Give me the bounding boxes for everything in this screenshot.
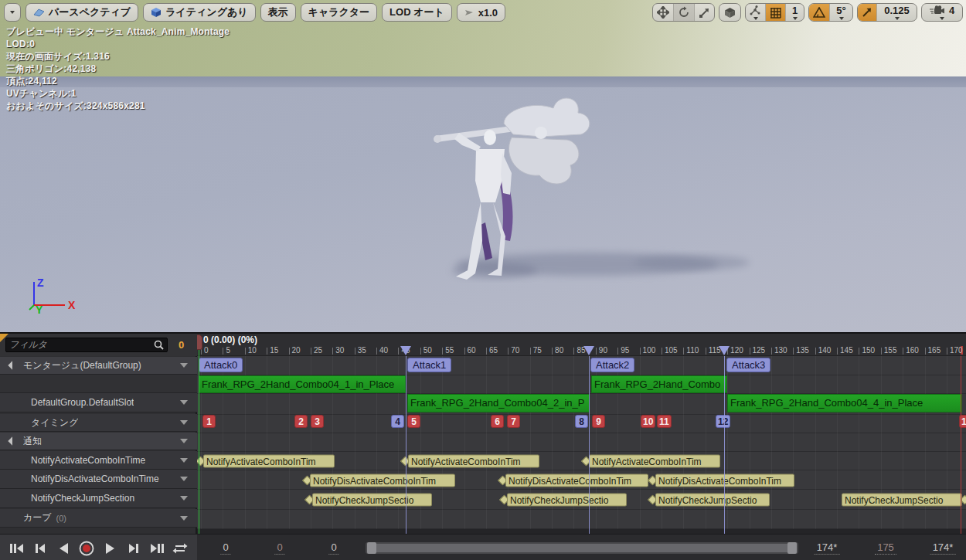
timing-marker-2[interactable]: 2 xyxy=(294,415,308,428)
timing-marker-3[interactable]: 3 xyxy=(311,415,324,428)
rotation-snap-value-button[interactable]: 5° xyxy=(829,3,852,22)
notify-label[interactable]: NotifyCheckJumpSectio xyxy=(842,493,962,506)
timing-marker-12[interactable]: 12 xyxy=(716,415,730,428)
preview-viewport[interactable]: パースペクティブ ライティングあり 表示 キャラクター LOD オート x1.0 xyxy=(0,0,966,332)
timing-marker-4[interactable]: 4 xyxy=(391,415,404,428)
play-reverse-button[interactable] xyxy=(54,539,73,558)
track-row--[interactable]: 通知 xyxy=(0,433,197,450)
track-options-dropdown-icon[interactable] xyxy=(180,439,188,443)
track-row-notifydisactivatecombointime[interactable]: NotifyDisActivateComboInTime xyxy=(0,470,197,489)
notify-event[interactable]: NotifyActivateComboInTim xyxy=(403,452,541,470)
anim-segment[interactable]: Frank_RPG_2Hand_Combo04_1_in_Place xyxy=(199,375,406,393)
scrub-value-field[interactable]: 175 xyxy=(875,541,896,555)
lit-mode-button[interactable]: ライティングあり xyxy=(143,3,255,22)
scrub-value-field[interactable]: 174* xyxy=(930,541,956,555)
character-menu-button[interactable]: キャラクター xyxy=(301,3,378,22)
notify-label[interactable]: NotifyCheckJumpSectio xyxy=(312,493,432,506)
perspective-button[interactable]: パースペクティブ xyxy=(26,3,138,22)
scrub-value-field[interactable]: 0 xyxy=(328,541,338,555)
section-badge-attack3[interactable]: Attack3 xyxy=(726,358,770,372)
notify-label[interactable]: NotifyDisActivateComboInTim xyxy=(310,473,455,487)
anim-segment[interactable]: Frank_RPG_2Hand_Combo04_2_in_P xyxy=(407,394,590,412)
lod-auto-button[interactable]: LOD オート xyxy=(382,3,452,22)
playback-speed-button[interactable]: x1.0 xyxy=(457,3,505,22)
track-row-defaultgroup-defaultslot[interactable]: DefaultGroup.DefaultSlot xyxy=(0,393,197,412)
coordinate-system-button[interactable] xyxy=(719,3,741,22)
record-button[interactable] xyxy=(77,539,96,558)
show-menu-button[interactable]: 表示 xyxy=(260,3,296,22)
track-options-dropdown-icon[interactable] xyxy=(180,400,188,405)
timing-marker-6[interactable]: 6 xyxy=(491,415,504,428)
scale-tool-button[interactable] xyxy=(694,3,714,22)
rotation-snap-toggle[interactable] xyxy=(809,3,829,22)
notify-event[interactable]: NotifyActivateComboInTim xyxy=(584,452,722,470)
track-options-dropdown-icon[interactable] xyxy=(180,420,188,425)
notify-label[interactable]: NotifyCheckJumpSectio xyxy=(655,493,770,506)
notify-label[interactable]: NotifyActivateComboInTim xyxy=(203,455,335,468)
surface-snap-button[interactable] xyxy=(746,3,765,22)
timeline-scrollbar[interactable] xyxy=(366,542,798,554)
notify-label[interactable]: NotifyCheckJumpSectio xyxy=(507,493,627,506)
filter-input[interactable]: フィルタ xyxy=(5,338,168,352)
move-tool-button[interactable] xyxy=(653,3,673,22)
step-forward-button[interactable] xyxy=(124,539,143,558)
timing-marker-5[interactable]: 5 xyxy=(407,415,420,428)
track-row-notifycheckjumpsection[interactable]: NotifyCheckJumpSection xyxy=(0,489,197,508)
notify-event[interactable]: NotifyCheckJumpSectio xyxy=(308,490,434,509)
timeline-scrollbar-handle[interactable] xyxy=(367,544,797,552)
playhead-knob[interactable] xyxy=(197,334,202,350)
notify-label[interactable]: NotifyDisActivateComboInTim xyxy=(655,473,794,487)
timeline-ruler[interactable]: 0 (0.00) (0%) 05101520253035404550556065… xyxy=(197,334,966,356)
track-row--[interactable]: タイミング xyxy=(0,414,197,432)
timing-marker-7[interactable]: 7 xyxy=(507,415,520,428)
notify-event[interactable]: NotifyCheckJumpSectio xyxy=(651,490,771,509)
section-marker-icon[interactable] xyxy=(583,346,594,355)
notify-label[interactable]: NotifyDisActivateComboInTim xyxy=(505,473,648,487)
track-options-dropdown-icon[interactable] xyxy=(180,496,188,501)
section-badge-attack2[interactable]: Attack2 xyxy=(590,358,634,372)
scale-snap-toggle[interactable] xyxy=(858,3,876,22)
scrub-value-field[interactable]: 0 xyxy=(274,541,284,555)
timing-marker-1[interactable]: 1 xyxy=(202,415,216,428)
scrollbar-right-cap[interactable] xyxy=(787,542,797,554)
track-options-dropdown-icon[interactable] xyxy=(180,458,188,463)
grid-snap-value-button[interactable]: 1 xyxy=(785,3,804,22)
track-options-dropdown-icon[interactable] xyxy=(180,477,188,481)
camera-speed-button[interactable]: 4 xyxy=(922,3,962,22)
loop-button[interactable] xyxy=(171,539,189,558)
viewport-options-button[interactable] xyxy=(4,3,21,22)
track-row--defaultgroup-[interactable]: モンタージュ(DefaultGroup) xyxy=(0,357,197,375)
anim-segment[interactable]: Frank_RPG_2Hand_Combo04_4_in_Place xyxy=(727,394,962,412)
timing-marker-8[interactable]: 8 xyxy=(575,415,588,428)
notify-event[interactable]: NotifyDisActivateComboInTim xyxy=(651,470,796,490)
to-end-button[interactable] xyxy=(148,539,166,558)
play-button[interactable] xyxy=(101,539,120,558)
anim-segment[interactable]: Frank_RPG_2Hand_Combo xyxy=(591,375,727,393)
notify-label[interactable]: NotifyActivateComboInTim xyxy=(589,455,720,468)
timing-marker-9[interactable]: 9 xyxy=(592,415,605,428)
scale-snap-value-button[interactable]: 0.125 xyxy=(876,3,917,22)
grid-snap-toggle[interactable] xyxy=(765,3,785,22)
scrollbar-left-cap[interactable] xyxy=(367,542,376,554)
rotate-tool-button[interactable] xyxy=(673,3,694,22)
montage-timeline[interactable]: 0 (0.00) (0%) 05101520253035404550556065… xyxy=(197,334,966,560)
notify-event[interactable]: NotifyDisActivateComboInTim xyxy=(305,470,457,490)
track-options-dropdown-icon[interactable] xyxy=(180,516,188,521)
to-front-button[interactable] xyxy=(8,539,26,558)
notify-event[interactable]: NotifyActivateComboInTim xyxy=(199,452,336,470)
track-options-dropdown-icon[interactable] xyxy=(180,363,188,368)
timeline-tracks[interactable]: Attack0Attack1Attack2Attack3Frank_RPG_2H… xyxy=(197,356,966,529)
track-row--[interactable]: カーブ(0) xyxy=(0,509,197,528)
notify-event[interactable]: NotifyDisActivateComboInTim xyxy=(501,470,650,490)
scrub-value-field[interactable]: 174* xyxy=(815,541,840,555)
notify-event[interactable]: NotifyCheckJumpSectio xyxy=(840,490,966,509)
notify-event[interactable]: NotifyCheckJumpSectio xyxy=(502,490,628,509)
section-badge-attack0[interactable]: Attack0 xyxy=(199,358,243,372)
notify-label[interactable]: NotifyActivateComboInTim xyxy=(408,455,539,468)
scrub-value-field[interactable]: 0 xyxy=(220,541,230,555)
timing-marker-11[interactable]: 11 xyxy=(657,415,672,428)
step-back-button[interactable] xyxy=(31,539,49,558)
section-badge-attack1[interactable]: Attack1 xyxy=(407,358,451,372)
section-marker-icon[interactable] xyxy=(400,346,411,355)
timing-marker-10[interactable]: 10 xyxy=(641,415,655,428)
